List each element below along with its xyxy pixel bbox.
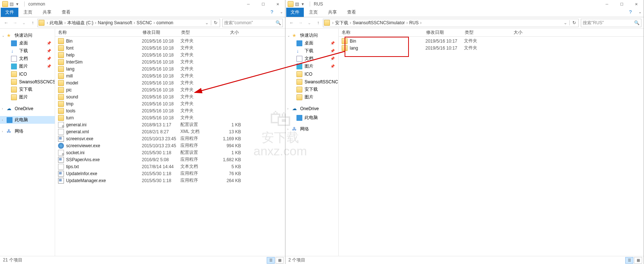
nav-ico[interactable]: ICO [285,70,338,78]
properties-icon[interactable]: ▤ [10,1,15,7]
nav-documents[interactable]: 文档📌 [0,55,55,62]
maximize-button[interactable]: ☐ [256,0,270,8]
properties-icon[interactable]: ▤ [295,1,300,7]
thumbnails-view-button[interactable]: ▦ [634,257,642,264]
minimize-button[interactable]: ─ [600,0,614,8]
col-size[interactable]: 大小 [500,29,526,36]
nav-anxia[interactable]: 安下载 [285,86,338,93]
col-date[interactable]: 修改日期 [423,29,462,36]
up-button[interactable]: ↑ [29,19,37,27]
nav-this-pc[interactable]: 此电脑 [285,114,338,122]
file-row[interactable]: UpdateManager.exe2015/5/30 1:18应用程序264 K… [55,177,285,184]
nav-downloads[interactable]: 下载📌 [285,47,338,55]
forward-button[interactable]: → [11,19,19,27]
view-tab[interactable]: 查看 [342,8,361,17]
new-folder-icon[interactable]: ▾ [16,1,21,7]
crumb[interactable]: SwansoftSSCNCSimulator [352,19,406,26]
file-row[interactable]: SSPaperAns.exe2016/9/2 5:08应用程序1,682 KB [55,156,285,163]
file-row[interactable]: tools2019/5/16 10:18文件夹 [55,107,285,114]
refresh-button[interactable]: ↻ [211,20,220,25]
nav-network[interactable]: ›网络 [0,127,55,135]
nav-swansoft[interactable]: SwansoftSSCNC [285,78,338,86]
file-row[interactable]: lang2019/5/16 10:17文件夹 [339,44,644,51]
file-row[interactable]: tips.txt2017/8/14 14:44文本文档5 KB [55,163,285,170]
details-view-button[interactable]: ☰ [625,257,633,264]
refresh-button[interactable]: ↻ [569,20,578,25]
col-name[interactable]: 名称 [339,29,423,36]
help-icon[interactable]: ? [627,8,634,15]
search-box[interactable]: 搜索"RUS" 🔍 [581,19,641,27]
back-button[interactable]: ← [288,19,296,27]
col-date[interactable]: 修改日期 [140,29,178,36]
file-row[interactable]: tmp2019/5/16 10:18文件夹 [55,100,285,107]
minimize-button[interactable]: ─ [241,0,256,8]
maximize-button[interactable]: ☐ [614,0,629,8]
nav-quick-access[interactable]: ⌄快速访问 [285,32,338,39]
nav-tupian[interactable]: 图片 [0,93,55,101]
crumb[interactable]: RUS [409,19,419,26]
file-row[interactable]: Bin2019/5/16 10:17文件夹 [339,37,644,44]
nav-desktop[interactable]: 桌面📌 [0,39,55,47]
file-row[interactable]: font2019/5/16 10:18文件夹 [55,44,285,51]
address-bar[interactable]: › 此电脑› 本地磁盘 (C:)› Nanjing Swansoft› SSCN… [37,19,220,27]
file-row[interactable]: InterSim2019/5/16 10:18文件夹 [55,58,285,65]
file-row[interactable]: turn2019/5/16 10:18文件夹 [55,114,285,121]
ribbon-collapse-icon[interactable]: ⌄ [638,8,641,14]
col-type[interactable]: 类型 [462,29,500,36]
file-row[interactable]: general.ini2018/9/13 1:17配置设置1 KB [55,121,285,128]
nav-documents[interactable]: 文档📌 [285,55,338,62]
file-row[interactable]: general.xml2018/2/1 8:27XML 文档13 KB [55,128,285,135]
file-row[interactable]: UpdateInfor.exe2015/5/30 1:18应用程序76 KB [55,170,285,177]
file-row[interactable]: sound2019/5/16 10:18文件夹 [55,93,285,100]
file-row[interactable]: lang2019/5/16 10:18文件夹 [55,65,285,72]
file-tab[interactable]: 文件 [1,8,18,17]
thumbnails-view-button[interactable]: ▦ [276,257,284,264]
recent-dropdown[interactable]: ⌄ [305,19,313,27]
close-button[interactable]: ✕ [629,0,644,8]
file-row[interactable]: Bin2019/5/16 10:18文件夹 [55,37,285,44]
nav-tupian[interactable]: 图片 [285,93,338,101]
view-tab[interactable]: 查看 [57,8,76,17]
nav-onedrive[interactable]: ›OneDrive [0,105,55,112]
file-row[interactable]: screensvr.exe2015/10/13 23:45应用程序1,169 K… [55,135,285,142]
col-name[interactable]: 名称 [55,29,140,36]
file-row[interactable]: screenviewer.exe2015/10/13 23:45应用程序994 … [55,142,285,149]
help-icon[interactable]: ? [268,8,276,15]
crumb[interactable]: Nanjing Swansoft [97,19,133,26]
recent-dropdown[interactable]: ⌄ [20,19,28,27]
home-tab[interactable]: 主页 [304,8,323,17]
address-bar[interactable]: › 安下载› SwansoftSSCNCSimulator› RUS› ⌄ ↻ [323,19,579,27]
nav-swansoft[interactable]: SwansoftSSCNCSi [0,78,55,86]
nav-this-pc[interactable]: ›此电脑 [0,116,55,124]
col-size[interactable]: 大小 [217,29,242,36]
nav-desktop[interactable]: 桌面📌 [285,39,338,47]
back-button[interactable]: ← [2,19,10,27]
ribbon-collapse-icon[interactable]: ⌄ [280,8,283,14]
nav-ico[interactable]: ICO [0,70,55,78]
close-button[interactable]: ✕ [270,0,285,8]
forward-button[interactable]: → [296,19,305,27]
nav-quick-access[interactable]: ⌄快速访问 [0,32,55,39]
nav-pictures[interactable]: 图片📌 [0,62,55,70]
up-button[interactable]: ↑ [314,19,322,27]
file-row[interactable]: model2019/5/16 10:18文件夹 [55,79,285,86]
home-tab[interactable]: 主页 [18,8,37,17]
share-tab[interactable]: 共享 [323,8,342,17]
file-row[interactable]: pic2019/5/16 10:18文件夹 [55,86,285,93]
nav-network[interactable]: ›网络 [285,125,338,133]
nav-pictures[interactable]: 图片📌 [285,62,338,70]
nav-anxia[interactable]: 安下载 [0,86,55,93]
share-tab[interactable]: 共享 [37,8,57,17]
crumb[interactable]: 本地磁盘 (C:) [66,19,94,27]
file-row[interactable]: mill2019/5/16 10:18文件夹 [55,72,285,79]
crumb[interactable]: 安下载 [334,19,349,27]
col-type[interactable]: 类型 [178,29,217,36]
file-row[interactable]: help2019/5/16 10:18文件夹 [55,51,285,58]
nav-onedrive[interactable]: ›OneDrive [285,105,338,112]
crumb[interactable]: SSCNC [136,19,153,26]
details-view-button[interactable]: ☰ [267,257,275,264]
file-tab[interactable]: 文件 [286,8,304,17]
file-row[interactable]: socket.ini2015/5/30 1:18配置设置1 KB [55,149,285,156]
new-folder-icon[interactable]: ▾ [302,1,307,7]
nav-downloads[interactable]: 下载📌 [0,47,55,55]
